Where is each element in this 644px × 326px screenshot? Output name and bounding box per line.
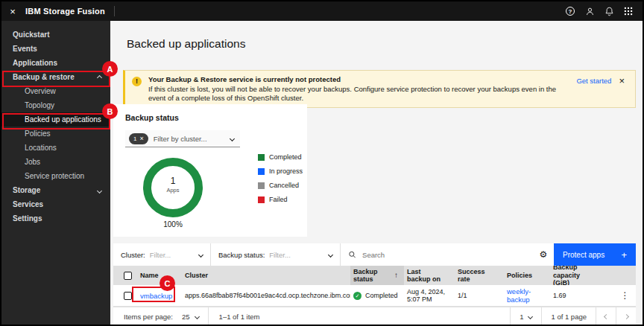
legend-item-completed: Completed xyxy=(258,153,303,161)
chart-legend: Completed In progress Cancelled Failed xyxy=(258,153,303,210)
page-count-text: 1 of 1 page xyxy=(542,313,596,321)
warning-icon: ! xyxy=(132,77,142,86)
side-nav: Quickstart Events Applications Backup & … xyxy=(1,21,110,325)
top-bar: × IBM Storage Fusion ? xyxy=(1,1,643,21)
row-name-cell: vmbackup xyxy=(137,285,182,306)
app-switcher-icon[interactable] xyxy=(619,1,638,21)
header-overflow-cell xyxy=(611,266,636,285)
chevron-down-icon xyxy=(198,252,203,257)
page-title: Backed up applications xyxy=(127,37,245,51)
sidebar-item-backed-up-applications[interactable]: Backed up applications xyxy=(1,112,110,127)
card-title: Backup status xyxy=(125,113,179,122)
sidebar-item-storage[interactable]: Storage xyxy=(1,183,110,197)
table-header-row: Name Cluster Backup status↑ Last backup … xyxy=(113,266,636,285)
sidebar-item-settings[interactable]: Settings xyxy=(1,211,110,226)
plus-icon: + xyxy=(621,249,627,261)
sidebar-item-service-protection[interactable]: Service protection xyxy=(1,169,110,183)
legend-item-cancelled: Cancelled xyxy=(258,182,303,189)
header-last-backup-on[interactable]: Last backup on xyxy=(404,266,455,285)
table-row: vmbackup apps.66a8fbab87f64b001e9ac4cd.o… xyxy=(113,285,636,307)
row-capacity-cell: 1.69 xyxy=(550,285,611,306)
sidebar-item-topology[interactable]: Topology xyxy=(1,98,110,112)
warning-body: If this cluster is lost, you will not be… xyxy=(148,85,566,103)
app-title: IBM Storage Fusion xyxy=(25,7,105,16)
chevron-down-icon xyxy=(328,252,333,257)
protect-apps-button[interactable]: Protect apps + xyxy=(554,243,636,266)
sort-ascending-icon: ↑ xyxy=(394,272,398,280)
header-backup-capacity[interactable]: Backup capacity (GiB) xyxy=(550,266,611,285)
row-backup-status-cell: ✓Completed xyxy=(350,285,404,306)
get-started-link[interactable]: Get started xyxy=(576,77,611,103)
next-page-button[interactable] xyxy=(616,307,636,325)
header-backup-status-sorted[interactable]: Backup status↑ xyxy=(350,266,404,285)
chevron-down-icon xyxy=(528,314,533,319)
row-last-backup-cell: Aug 4, 2024, 5:07 PM xyxy=(404,285,455,306)
page-number-select[interactable]: 1 xyxy=(511,307,541,325)
items-per-page-select[interactable]: 25 xyxy=(173,307,208,325)
pagination-bar: Items per page: 25 1–1 of 1 item 1 1 of … xyxy=(113,307,636,325)
row-overflow-cell: ⋮ xyxy=(611,285,636,306)
legend-swatch-completed xyxy=(258,154,265,161)
chevron-down-icon xyxy=(98,186,101,194)
tag-close-icon[interactable]: × xyxy=(139,135,143,142)
sidebar-item-policies[interactable]: Policies xyxy=(1,127,110,141)
backup-status-filter-dropdown[interactable]: Backup status: Filter... xyxy=(211,243,341,266)
app-window: × IBM Storage Fusion ? Quickstart Events… xyxy=(0,0,644,326)
row-policies-cell: weekly-backup xyxy=(504,285,550,306)
legend-swatch-failed xyxy=(258,196,265,203)
legend-swatch-in-progress xyxy=(258,168,265,175)
donut-percent-label: 100% xyxy=(143,220,203,228)
table-settings-gear-icon[interactable]: ⚙ xyxy=(533,243,554,266)
sidebar-item-jobs[interactable]: Jobs xyxy=(1,155,110,169)
row-checkbox-cell xyxy=(113,285,137,306)
chevron-down-icon xyxy=(195,314,200,319)
topbar-actions: ? xyxy=(561,1,638,21)
items-range-text: 1–1 of 1 item xyxy=(209,313,271,321)
sidebar-item-backup-restore[interactable]: Backup & restore xyxy=(1,70,110,84)
sidebar-item-events[interactable]: Events xyxy=(1,42,110,56)
select-all-checkbox-cell xyxy=(113,266,137,285)
header-cluster[interactable]: Cluster xyxy=(182,266,350,285)
warning-text: Your Backup & Restore service is current… xyxy=(148,75,576,103)
topbar-divider xyxy=(114,6,115,16)
close-nav-icon[interactable]: × xyxy=(1,1,24,21)
backup-status-card: Backup status 1 × Filter by cluster... 1… xyxy=(113,104,307,237)
row-success-rate-cell: 1/1 xyxy=(455,285,504,306)
header-success-rate[interactable]: Success rate xyxy=(455,266,504,285)
sidebar-item-services[interactable]: Services xyxy=(1,197,110,211)
filter-placeholder: Filter by cluster... xyxy=(154,135,207,143)
row-checkbox[interactable] xyxy=(124,292,132,300)
warning-notification: ! Your Backup & Restore service is curre… xyxy=(123,70,636,108)
notifications-bell-icon[interactable] xyxy=(599,1,619,21)
header-policies[interactable]: Policies xyxy=(504,266,550,285)
sidebar-item-locations[interactable]: Locations xyxy=(1,141,110,155)
table-toolbar: Cluster: Filter... Backup status: Filter… xyxy=(113,243,636,266)
sidebar-item-overview[interactable]: Overview xyxy=(1,84,110,98)
chevron-up-icon xyxy=(98,73,101,81)
search-input[interactable] xyxy=(362,251,525,259)
banner-close-icon[interactable]: × xyxy=(616,76,628,103)
filter-count-tag[interactable]: 1 × xyxy=(129,133,148,144)
select-all-checkbox[interactable] xyxy=(124,272,132,280)
header-name[interactable]: Name xyxy=(137,266,182,285)
search-icon xyxy=(348,250,356,259)
warning-title: Your Backup & Restore service is current… xyxy=(148,75,566,83)
main-content: Backed up applications ! Your Backup & R… xyxy=(110,21,643,325)
user-icon[interactable] xyxy=(580,1,599,21)
previous-page-button[interactable] xyxy=(596,307,616,325)
vmbackup-link[interactable]: vmbackup xyxy=(140,292,172,300)
cluster-filter-dropdown[interactable]: Cluster: Filter... xyxy=(113,243,211,266)
overflow-menu-icon[interactable]: ⋮ xyxy=(621,290,630,301)
sidebar-item-quickstart[interactable]: Quickstart xyxy=(1,28,110,42)
help-icon[interactable]: ? xyxy=(561,1,580,21)
row-cluster-cell: apps.66a8fbab87f64b001e9ac4cd.ocp.techzo… xyxy=(182,285,350,306)
sidebar-item-applications[interactable]: Applications xyxy=(1,56,110,70)
items-per-page-label: Items per page: xyxy=(124,313,173,321)
weekly-backup-policy-link[interactable]: weekly-backup xyxy=(507,287,537,304)
search-box xyxy=(341,243,533,266)
chevron-down-icon xyxy=(230,135,235,141)
legend-item-failed: Failed xyxy=(258,196,303,203)
completed-check-icon: ✓ xyxy=(353,292,362,300)
legend-swatch-cancelled xyxy=(258,182,265,189)
filter-by-cluster-dropdown[interactable]: 1 × Filter by cluster... xyxy=(125,130,240,147)
